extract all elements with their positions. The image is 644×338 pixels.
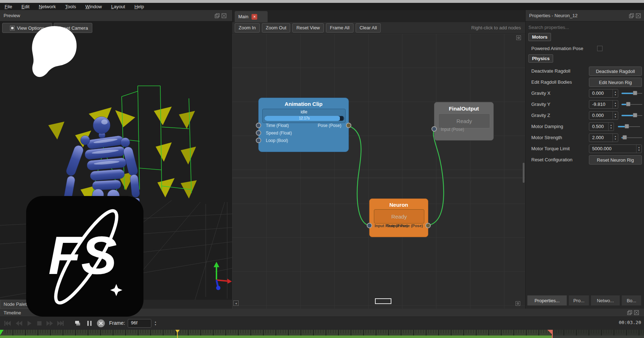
reset-neuron-rig-button[interactable]: Reset Neuron Rig (589, 155, 642, 165)
motor-strength-field[interactable]: 2.000▲▼ (589, 133, 618, 142)
spinner-arrows[interactable]: ▲▼ (608, 123, 614, 131)
port-speed-input[interactable] (256, 130, 261, 136)
powered-animation-pose-checkbox[interactable] (597, 46, 602, 51)
edit-neuron-rig-button[interactable]: Edit Neuron Rig (589, 78, 642, 87)
zoom-in-button[interactable]: Zoom In (235, 23, 260, 33)
canvas-expand-icon-top[interactable] (516, 35, 521, 40)
zoom-out-button[interactable]: Zoom Out (262, 23, 291, 33)
close-panel-icon[interactable] (634, 310, 639, 315)
property-row: Gravity X 0.000▲▼ (526, 88, 644, 99)
section-header-physics[interactable]: Physics (528, 54, 553, 63)
property-row: Deactivate Ragdoll Deactivate Ragdoll (526, 66, 644, 77)
gravity-y-field[interactable]: -9.810▲▼ (589, 100, 618, 109)
node-neuron[interactable]: Neuron Ready Input Pose (Pose) Output Po… (369, 199, 428, 237)
range-end-marker[interactable] (552, 330, 553, 338)
port-neuron-output[interactable] (425, 223, 431, 228)
menu-help[interactable]: Help (130, 4, 149, 10)
rewind-button[interactable] (15, 320, 23, 326)
menu-edit[interactable]: Edit (17, 4, 34, 10)
deactivate-ragdoll-label: Deactivate Ragdoll (531, 68, 570, 74)
motor-damping-field[interactable]: 0.500▲▼ (589, 122, 614, 131)
port-loop-label: Loop (Bool) (266, 138, 288, 143)
reset-view-button[interactable]: Reset View (292, 23, 324, 33)
tab-pro[interactable]: Pro... (569, 295, 589, 306)
spinner-arrows[interactable]: ▲▼ (613, 134, 618, 142)
tab-close-icon[interactable]: × (252, 14, 257, 20)
animation-clip-inner-box: idle 12.17s (262, 109, 346, 123)
menu-tools[interactable]: Tools (60, 4, 80, 10)
tab-properties[interactable]: Properties... (527, 295, 567, 306)
port-loop-input[interactable] (256, 138, 261, 143)
skip-end-button[interactable] (57, 320, 64, 326)
canvas-scroll-left-icon[interactable]: ◂ (233, 300, 239, 306)
clip-progress-track[interactable]: 12.17s (264, 116, 344, 121)
spinner-arrows[interactable]: ▲▼ (613, 112, 618, 119)
close-panel-icon[interactable] (636, 13, 641, 18)
menu-layout[interactable]: Layout (107, 4, 130, 10)
gravity-y-slider[interactable] (621, 102, 642, 107)
wire-neuron-to-finaloutput (428, 129, 444, 225)
tab-bo[interactable]: Bo... (621, 295, 641, 306)
port-neuron-input[interactable] (367, 223, 372, 228)
motor-damping-slider[interactable] (618, 124, 640, 129)
menu-window[interactable]: Window (80, 4, 106, 10)
node-animation-clip[interactable]: Animation Clip idle 12.17s Time (Float) … (258, 98, 349, 152)
gravity-x-slider[interactable] (621, 91, 642, 96)
motor-strength-slider[interactable] (621, 135, 642, 140)
gravity-x-field[interactable]: 0.000▲▼ (589, 89, 618, 98)
motor-torque-limit-field[interactable]: 5000.000▲▼ (589, 144, 642, 153)
range-end-marker-flag[interactable] (547, 330, 552, 334)
motor-torque-limit-label: Motor Torque Limit (531, 146, 570, 151)
clear-all-button[interactable]: Clear All (356, 23, 381, 33)
search-properties-input[interactable] (528, 23, 641, 31)
node-canvas[interactable]: Animation Clip idle 12.17s Time (Float) … (232, 34, 525, 309)
cancel-circle-icon[interactable] (97, 319, 105, 328)
final-output-status: Ready (457, 118, 472, 124)
window-title-strip (0, 0, 644, 3)
spinner-arrows[interactable]: ▲▼ (613, 101, 618, 108)
frame-value-field[interactable]: 96f (128, 319, 151, 328)
stop-button[interactable] (36, 320, 42, 326)
timecode: 00:03.20 (619, 320, 641, 325)
spinner-arrows[interactable]: ▲▼ (636, 145, 641, 153)
gravity-z-label: Gravity Z (531, 113, 550, 118)
frame-all-button[interactable]: Frame All (326, 23, 353, 33)
range-start-marker[interactable] (0, 330, 4, 335)
menu-network[interactable]: Network (34, 4, 60, 10)
play-button[interactable] (26, 320, 32, 326)
clip-name[interactable]: idle (263, 109, 345, 114)
timeline-ruler[interactable] (0, 330, 644, 338)
deactivate-ragdoll-button[interactable]: Deactivate Ragdoll (589, 67, 642, 76)
node-final-output-title: FinalOutput (434, 106, 493, 112)
axis-gizmo (214, 262, 232, 290)
canvas-minimap-rect[interactable] (375, 298, 391, 304)
frame-spinner-arrows[interactable]: ▲▼ (153, 319, 158, 328)
property-row: Motor Strength 2.000▲▼ (526, 133, 644, 144)
port-finaloutput-input[interactable] (431, 126, 437, 132)
gravity-y-label: Gravity Y (531, 102, 550, 107)
node-final-output[interactable]: FinalOutput Ready Input (Pose) (434, 102, 494, 141)
tab-main[interactable]: Main × (235, 11, 268, 22)
node-wires (232, 34, 525, 309)
ruler-bottom-strip (0, 335, 552, 338)
gravity-z-slider[interactable] (621, 113, 642, 118)
spinner-arrows[interactable]: ▲▼ (613, 89, 618, 97)
float-panel-icon[interactable] (215, 13, 220, 18)
section-header-motors[interactable]: Motors (528, 33, 551, 41)
float-panel-icon[interactable] (629, 13, 634, 18)
property-row: Gravity Z 0.000▲▼ (526, 111, 644, 122)
pause-icon[interactable] (87, 320, 92, 326)
port-time-input[interactable] (256, 123, 261, 128)
close-panel-icon[interactable] (221, 13, 226, 18)
layers-icon[interactable] (74, 320, 81, 326)
float-panel-icon[interactable] (627, 310, 632, 315)
playhead-marker-cap[interactable] (175, 330, 180, 333)
canvas-expand-icon-bottom[interactable] (516, 301, 520, 306)
gravity-z-field[interactable]: 0.000▲▼ (589, 111, 618, 120)
menu-file[interactable]: File (0, 4, 17, 10)
skip-start-button[interactable] (4, 320, 11, 326)
tab-netwo[interactable]: Netwo... (591, 295, 620, 306)
canvas-vscrollbar[interactable] (523, 163, 525, 183)
port-pose-output[interactable] (346, 123, 351, 128)
fast-forward-button[interactable] (46, 320, 54, 326)
